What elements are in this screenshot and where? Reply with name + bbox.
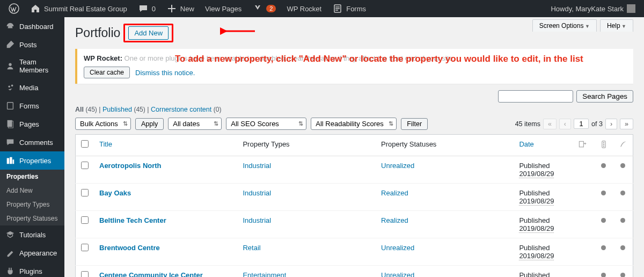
menu-item-posts[interactable]: Posts: [0, 35, 64, 54]
page-title: Portfolio: [75, 26, 120, 40]
menu-label: Team Members: [19, 58, 60, 74]
row-checkbox[interactable]: [81, 189, 89, 196]
property-status-link[interactable]: Realized: [381, 189, 408, 197]
new-content[interactable]: New: [162, 0, 199, 17]
select-all-checkbox[interactable]: [81, 140, 89, 148]
row-published: Published: [519, 244, 550, 252]
dismiss-notice-link[interactable]: Dismiss this notice.: [135, 69, 195, 77]
my-account[interactable]: Howdy, MaryKate Stark: [546, 0, 640, 17]
menu-item-tutorials[interactable]: Tutorials: [0, 225, 64, 244]
view-cornerstone[interactable]: Cornerstone content: [151, 106, 211, 113]
apply-button[interactable]: Apply: [135, 118, 164, 130]
home-icon: [30, 3, 41, 14]
view-all[interactable]: All: [75, 106, 84, 113]
row-checkbox[interactable]: [81, 244, 89, 251]
menu-item-forms[interactable]: Forms: [0, 97, 64, 115]
team-members-icon: [5, 61, 15, 71]
wp-logo[interactable]: [4, 0, 24, 17]
menu-label: Forms: [19, 102, 39, 110]
site-name[interactable]: Summit Real Estate Group: [26, 0, 131, 17]
row-title-link[interactable]: Aerotropolis North: [99, 162, 162, 170]
yoast-link[interactable]: 2: [248, 0, 280, 17]
menu-item-media[interactable]: Media: [0, 78, 64, 97]
property-status-link[interactable]: Realized: [381, 216, 408, 224]
menu-item-comments[interactable]: Comments: [0, 133, 64, 151]
property-status-link[interactable]: Unrealized: [381, 244, 414, 252]
first-page-button[interactable]: «: [543, 119, 557, 129]
property-status-link[interactable]: Unrealized: [381, 162, 414, 170]
add-new-button[interactable]: Add New: [128, 26, 169, 40]
outgoing-links-icon: [578, 140, 587, 149]
menu-item-appearance[interactable]: Appearance: [0, 244, 64, 262]
comment-icon: [138, 3, 149, 14]
prev-page-button[interactable]: ‹: [559, 119, 571, 129]
plus-icon: [166, 3, 177, 14]
search-input[interactable]: [498, 90, 573, 103]
menu-label: Properties: [19, 157, 51, 165]
table-row: Brentwood CentreRetailUnrealizedPublishe…: [76, 238, 633, 266]
row-title-link[interactable]: Beltline Tech Center: [99, 216, 166, 224]
menu-item-team-members[interactable]: Team Members: [0, 54, 64, 78]
table-row: Beltline Tech CenterIndustrialRealizedPu…: [76, 211, 633, 238]
property-type-link[interactable]: Industrial: [243, 189, 271, 197]
submenu-item-add-new[interactable]: Add New: [0, 184, 64, 198]
menu-label: Posts: [19, 41, 37, 49]
property-type-link[interactable]: Entertainment: [243, 271, 286, 277]
menu-label: Pages: [19, 120, 39, 128]
view-pages[interactable]: View Pages: [201, 0, 246, 17]
content-area: Portfolio Add New WP Rocket: One or more…: [64, 17, 644, 277]
row-title-link[interactable]: Bay Oaks: [99, 189, 131, 197]
bulk-actions-select[interactable]: Bulk Actions: [75, 118, 131, 130]
submenu-item-properties[interactable]: Properties: [0, 170, 64, 184]
appearance-icon: [5, 248, 15, 258]
forms-link[interactable]: Forms: [328, 0, 370, 17]
readability-select[interactable]: All Readability Scores: [311, 118, 397, 130]
arrow-annotation-icon: [220, 25, 258, 37]
view-published[interactable]: Published: [103, 106, 132, 113]
menu-label: Tutorials: [19, 231, 46, 239]
wp-rocket-link[interactable]: WP Rocket: [282, 0, 326, 17]
row-checkbox[interactable]: [81, 271, 89, 277]
menu-item-dashboard[interactable]: Dashboard: [0, 17, 64, 35]
next-page-button[interactable]: ›: [605, 119, 617, 129]
row-checkbox[interactable]: [81, 162, 89, 169]
current-page-input[interactable]: [574, 119, 589, 129]
dates-select[interactable]: All dates: [168, 118, 222, 130]
submenu-item-property-statuses[interactable]: Property Statuses: [0, 212, 64, 225]
row-published: Published: [519, 216, 550, 224]
comments-link[interactable]: 0: [134, 0, 160, 17]
menu-label: Appearance: [19, 249, 57, 257]
pagination: 45 items « ‹ of 3 › »: [515, 119, 633, 129]
property-type-link[interactable]: Retail: [243, 244, 260, 252]
seo-score-dot: [601, 218, 606, 223]
row-title-link[interactable]: Brentwood Centre: [99, 244, 160, 252]
avatar: [627, 4, 635, 13]
svg-point-2: [9, 63, 11, 66]
menu-item-properties[interactable]: Properties: [0, 151, 64, 170]
menu-label: Comments: [19, 138, 53, 147]
row-published: Published: [519, 271, 550, 277]
add-new-highlight: Add New: [123, 24, 173, 42]
seo-select[interactable]: All SEO Scores: [226, 118, 306, 130]
row-checkbox[interactable]: [81, 216, 89, 224]
menu-item-plugins[interactable]: Plugins: [0, 262, 64, 277]
table-row: Aerotropolis NorthIndustrialUnrealizedPu…: [76, 156, 633, 184]
submenu-item-property-types[interactable]: Property Types: [0, 198, 64, 212]
properties-icon: [5, 156, 15, 165]
col-type: Property Types: [237, 135, 376, 156]
filter-button[interactable]: Filter: [401, 118, 428, 130]
last-page-button[interactable]: »: [620, 119, 633, 129]
svg-point-26: [603, 144, 604, 145]
menu-item-pages[interactable]: Pages: [0, 115, 64, 133]
svg-point-4: [11, 85, 13, 87]
property-status-link[interactable]: Unrealized: [381, 271, 414, 277]
col-title[interactable]: Title: [99, 140, 112, 148]
property-type-link[interactable]: Industrial: [243, 216, 271, 224]
search-pages-button[interactable]: Search Pages: [576, 90, 633, 103]
row-date: 2019/08/29: [519, 197, 554, 206]
col-date[interactable]: Date: [519, 140, 533, 148]
yoast-badge: 2: [266, 5, 276, 12]
clear-cache-button[interactable]: Clear cache: [84, 67, 130, 78]
property-type-link[interactable]: Industrial: [243, 162, 271, 170]
row-title-link[interactable]: Centene Community Ice Center: [99, 271, 203, 277]
